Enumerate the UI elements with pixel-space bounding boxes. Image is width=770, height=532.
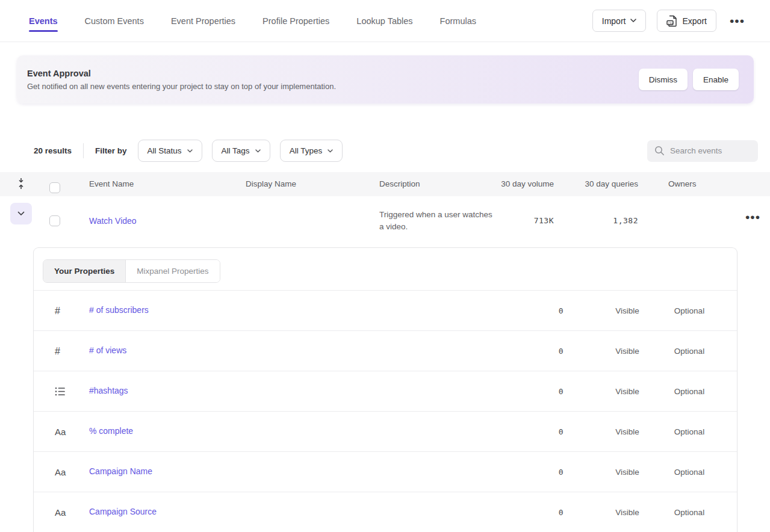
column-header-description: Description (379, 172, 420, 196)
row-checkbox[interactable] (49, 215, 60, 226)
property-name-link[interactable]: Campaign Source (89, 492, 157, 531)
tab-event-properties[interactable]: Event Properties (171, 10, 235, 32)
status-filter-label: All Status (147, 146, 182, 155)
property-visibility[interactable]: Visible (591, 291, 663, 331)
svg-text:csv: csv (668, 21, 674, 24)
property-requirement[interactable]: Optional (653, 371, 725, 412)
column-header-event-name: Event Name (89, 172, 134, 196)
tags-filter-label: All Tags (222, 146, 250, 155)
property-visibility[interactable]: Visible (591, 331, 663, 371)
property-count: 0 (494, 291, 564, 331)
chevron-down-icon (328, 149, 333, 153)
property-row: Aa Campaign Source 0 Visible Optional (34, 492, 737, 532)
chevron-down-icon (187, 149, 193, 153)
list-type-icon (55, 386, 66, 397)
search-icon (654, 146, 665, 156)
chevron-down-icon (17, 211, 25, 216)
text-type-icon: Aa (55, 452, 66, 492)
number-type-icon: # (55, 291, 60, 331)
property-count: 0 (494, 371, 564, 412)
property-name-link[interactable]: # of views (89, 331, 126, 370)
properties-segmented-control: Your Properties Mixpanel Properties (43, 259, 220, 283)
chevron-down-icon (255, 149, 261, 153)
text-type-icon: Aa (55, 492, 66, 532)
event-volume: 713K (458, 196, 554, 246)
chevron-down-icon (630, 19, 636, 23)
event-row-watch-video: Watch Video Triggered when a user watche… (0, 196, 770, 247)
event-queries: 1,382 (542, 196, 638, 246)
dismiss-button[interactable]: Dismiss (639, 69, 688, 90)
tab-profile-properties[interactable]: Profile Properties (262, 10, 329, 32)
property-name-link[interactable]: # of subscribers (89, 291, 149, 330)
property-requirement[interactable]: Optional (653, 331, 725, 371)
property-requirement[interactable]: Optional (653, 452, 725, 492)
search-box[interactable] (647, 140, 758, 162)
tab-formulas[interactable]: Formulas (440, 10, 476, 32)
text-type-icon: Aa (55, 412, 66, 452)
banner-wrapper: Event Approval Get notified on all new e… (0, 42, 770, 104)
collapse-row-button[interactable] (10, 203, 32, 224)
divider (83, 143, 84, 158)
nav-actions: Import csv Export ••• (592, 10, 745, 32)
property-row: Aa % complete 0 Visible Optional (34, 411, 737, 451)
property-name-link[interactable]: % complete (89, 412, 133, 451)
property-count: 0 (494, 492, 564, 532)
column-header-queries: 30 day queries (542, 172, 638, 196)
types-filter-dropdown[interactable]: All Types (280, 140, 343, 162)
row-menu-icon[interactable]: ••• (745, 214, 760, 220)
export-button[interactable]: csv Export (657, 10, 716, 32)
property-count: 0 (494, 331, 564, 371)
filter-by-label: Filter by (95, 146, 127, 155)
banner-title: Event Approval (27, 69, 336, 78)
types-filter-label: All Types (290, 146, 323, 155)
banner-text: Event Approval Get notified on all new e… (27, 69, 336, 91)
event-name-link[interactable]: Watch Video (89, 216, 137, 226)
property-name-link[interactable]: Campaign Name (89, 452, 152, 491)
nav-tabs: Events Custom Events Event Properties Pr… (29, 10, 476, 32)
property-row: Aa Campaign Name 0 Visible Optional (34, 451, 737, 492)
top-navigation: Events Custom Events Event Properties Pr… (0, 0, 770, 42)
event-approval-banner: Event Approval Get notified on all new e… (17, 55, 754, 104)
property-visibility[interactable]: Visible (591, 492, 663, 532)
property-visibility[interactable]: Visible (591, 371, 663, 412)
property-visibility[interactable]: Visible (591, 412, 663, 452)
number-type-icon: # (55, 331, 60, 371)
import-button-label: Import (602, 16, 626, 26)
results-count: 20 results (34, 146, 72, 155)
events-table-header: Event Name Display Name Description 30 d… (0, 172, 770, 196)
tab-mixpanel-properties[interactable]: Mixpanel Properties (125, 260, 219, 282)
property-row: # # of subscribers 0 Visible Optional (34, 290, 737, 330)
tab-custom-events[interactable]: Custom Events (85, 10, 144, 32)
filter-toolbar: 20 results Filter by All Status All Tags… (34, 140, 758, 162)
column-header-owners: Owners (668, 172, 697, 196)
event-properties-panel: Your Properties Mixpanel Properties # # … (33, 247, 737, 532)
property-count: 0 (494, 452, 564, 492)
enable-button[interactable]: Enable (693, 69, 739, 90)
property-requirement[interactable]: Optional (653, 492, 725, 532)
property-row: # # of views 0 Visible Optional (34, 330, 737, 371)
export-button-label: Export (682, 16, 706, 26)
search-input[interactable] (670, 146, 748, 155)
csv-file-icon: csv (666, 15, 677, 27)
property-requirement[interactable]: Optional (653, 291, 725, 331)
column-header-volume: 30 day volume (458, 172, 554, 196)
property-row: #hashtags 0 Visible Optional (34, 371, 737, 411)
property-name-link[interactable]: #hashtags (89, 371, 128, 410)
property-count: 0 (494, 412, 564, 452)
property-visibility[interactable]: Visible (591, 452, 663, 492)
properties-tabbar: Your Properties Mixpanel Properties (34, 248, 737, 290)
banner-buttons: Dismiss Enable (639, 69, 739, 90)
property-requirement[interactable]: Optional (653, 412, 725, 452)
tab-events[interactable]: Events (29, 10, 58, 32)
import-button[interactable]: Import (592, 10, 647, 32)
banner-description: Get notified on all new events entering … (27, 82, 336, 91)
select-all-checkbox[interactable] (49, 182, 60, 193)
collapse-all-icon[interactable] (16, 177, 26, 190)
tab-your-properties[interactable]: Your Properties (43, 260, 125, 282)
status-filter-dropdown[interactable]: All Status (138, 140, 202, 162)
tags-filter-dropdown[interactable]: All Tags (212, 140, 270, 162)
column-header-display-name: Display Name (246, 172, 296, 196)
tab-lookup-tables[interactable]: Lookup Tables (356, 10, 412, 32)
more-options-icon[interactable]: ••• (730, 18, 745, 24)
